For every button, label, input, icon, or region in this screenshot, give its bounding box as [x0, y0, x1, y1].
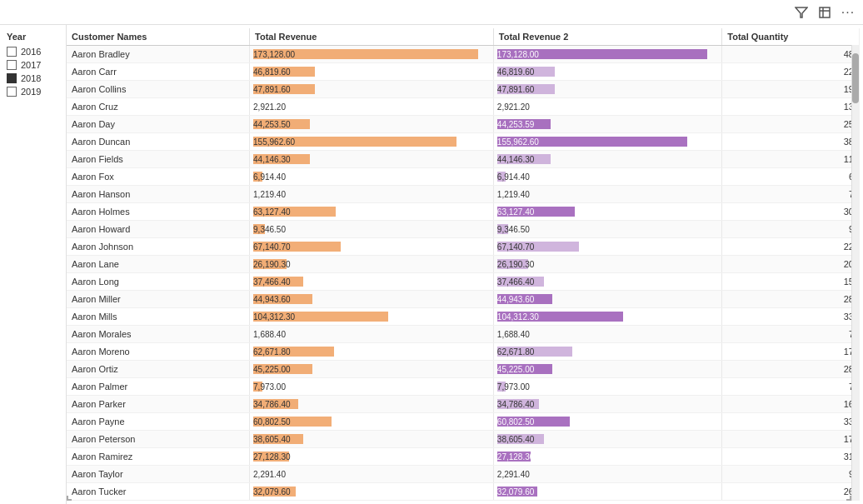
cell-rev2: 9,346.50 — [493, 221, 721, 238]
cell-qty: 9 — [722, 221, 860, 238]
cell-rev2: 2,921.20 — [493, 98, 721, 116]
cell-rev2: 104,312.30 — [493, 308, 721, 326]
table-row: Aaron Moreno 62,671.80 62,671.80 17 — [67, 343, 860, 361]
sidebar-item-2017[interactable]: 2017 — [7, 60, 59, 70]
cell-qty: 17 — [722, 431, 860, 448]
table-row: Aaron Turner 52,038.90 52,038.90 9 — [67, 501, 860, 502]
cell-rev: 1,219.40 — [250, 186, 494, 203]
sidebar-label-2016: 2016 — [21, 47, 41, 57]
cell-rev: 63,127.40 — [250, 203, 494, 221]
cell-name: Aaron Johnson — [67, 238, 250, 256]
cell-rev2: 47,891.60 — [493, 81, 721, 98]
cell-qty: 33 — [722, 413, 860, 431]
sidebar-item-2019[interactable]: 2019 — [7, 87, 59, 97]
cell-rev2: 1,219.40 — [493, 186, 721, 203]
table-row: Aaron Johnson 67,140.70 67,140.70 22 — [67, 238, 860, 256]
cell-rev2: 44,943.60 — [493, 291, 721, 308]
sidebar-label-2018: 2018 — [21, 73, 41, 83]
cell-rev2: 60,802.50 — [493, 413, 721, 431]
cell-rev2: 155,962.60 — [493, 133, 721, 151]
cell-rev: 44,943.60 — [250, 291, 494, 308]
table-row: Aaron Parker 34,786.40 34,786.40 16 — [67, 396, 860, 413]
cell-rev: 155,962.60 — [250, 133, 494, 151]
cell-rev2: 45,225.00 — [493, 361, 721, 378]
sidebar: Year 2016201720182019 — [0, 25, 67, 504]
cell-rev: 60,802.50 — [250, 413, 494, 431]
filter-icon[interactable] — [793, 4, 810, 21]
checkbox-2016[interactable] — [7, 47, 17, 57]
checkbox-2017[interactable] — [7, 60, 17, 70]
cell-name: Aaron Holmes — [67, 203, 250, 221]
cell-rev: 26,190.30 — [250, 256, 494, 273]
table-row: Aaron Day 44,253.50 44,253.59 25 — [67, 116, 860, 133]
cell-rev: 44,253.50 — [250, 116, 494, 133]
cell-rev2: 32,079.60 — [493, 483, 721, 501]
cell-rev: 45,225.00 — [250, 361, 494, 378]
table-row: Aaron Cruz2,921.202,921.2013 — [67, 98, 860, 116]
sidebar-item-2016[interactable]: 2016 — [7, 47, 59, 57]
checkbox-2018[interactable] — [7, 73, 17, 83]
cell-rev: 2,921.20 — [250, 98, 494, 116]
table-row: Aaron Tucker 32,079.60 32,079.60 26 — [67, 483, 860, 501]
cell-name: Aaron Moreno — [67, 343, 250, 361]
cell-name: Aaron Turner — [67, 501, 250, 502]
cell-qty: 38 — [722, 133, 860, 151]
cell-qty: 26 — [722, 483, 860, 501]
table-row: Aaron Holmes 63,127.40 63,127.40 30 — [67, 203, 860, 221]
table-scroll[interactable]: Customer Names Total Revenue Total Reven… — [67, 28, 860, 501]
col-header-rev2: Total Revenue 2 — [493, 28, 721, 46]
cell-name: Aaron Bradley — [67, 46, 250, 63]
cell-rev2: 63,127.40 — [493, 203, 721, 221]
scrollbar-thumb[interactable] — [852, 53, 859, 103]
cell-rev2: 26,190.30 — [493, 256, 721, 273]
table-row: Aaron Hanson1,219.401,219.407 — [67, 186, 860, 203]
cell-rev2: 27,128.30 — [493, 448, 721, 466]
svg-rect-1 — [820, 7, 830, 17]
main-container: ··· Year 2016201720182019 Customer Names… — [0, 0, 863, 504]
cell-rev: 52,038.90 — [250, 501, 494, 502]
sidebar-item-2018[interactable]: 2018 — [7, 73, 59, 83]
table-row: Aaron Morales1,688.401,688.407 — [67, 326, 860, 343]
cell-rev2: 37,466.40 — [493, 273, 721, 291]
cell-name: Aaron Carr — [67, 63, 250, 81]
table-row: Aaron Ortiz 45,225.00 45,225.00 28 — [67, 361, 860, 378]
table-row: Aaron Bradley 173,128.00 173,128.00 48 — [67, 46, 860, 63]
cell-name: Aaron Ortiz — [67, 361, 250, 378]
checkbox-2019[interactable] — [7, 87, 17, 97]
cell-name: Aaron Hanson — [67, 186, 250, 203]
cell-name: Aaron Lane — [67, 256, 250, 273]
cell-qty: 22 — [722, 63, 860, 81]
cell-rev: 38,605.40 — [250, 431, 494, 448]
cell-qty: 16 — [722, 396, 860, 413]
cell-rev2: 2,291.40 — [493, 466, 721, 483]
cell-rev2: 173,128.00 — [493, 46, 721, 63]
cell-name: Aaron Palmer — [67, 378, 250, 396]
cell-name: Aaron Collins — [67, 81, 250, 98]
col-header-names: Customer Names — [67, 28, 250, 46]
main-area: Year 2016201720182019 Customer Names Tot… — [0, 25, 863, 504]
cell-rev: 6,914.40 — [250, 168, 494, 186]
cell-qty: 7 — [722, 326, 860, 343]
cell-name: Aaron Day — [67, 116, 250, 133]
table-row: Aaron Lane 26,190.30 26,190.30 20 — [67, 256, 860, 273]
expand-icon[interactable] — [816, 4, 833, 21]
cell-rev: 62,671.80 — [250, 343, 494, 361]
cell-rev2: 62,671.80 — [493, 343, 721, 361]
sidebar-label-2017: 2017 — [21, 60, 41, 70]
table-row: Aaron Carr 46,819.60 46,819.60 22 — [67, 63, 860, 81]
cell-name: Aaron Miller — [67, 291, 250, 308]
cell-rev: 173,128.00 — [250, 46, 494, 63]
scrollbar[interactable] — [851, 28, 860, 501]
cell-rev: 47,891.60 — [250, 81, 494, 98]
cell-qty: 15 — [722, 273, 860, 291]
cell-qty: 13 — [722, 98, 860, 116]
more-options-icon[interactable]: ··· — [840, 4, 856, 21]
cell-rev2: 44,146.30 — [493, 151, 721, 168]
cell-qty: 20 — [722, 256, 860, 273]
cell-name: Aaron Taylor — [67, 466, 250, 483]
toolbar: ··· — [0, 0, 863, 25]
table-row: Aaron Peterson 38,605.40 38,605.40 17 — [67, 431, 860, 448]
cell-qty: 9 — [722, 501, 860, 502]
cell-name: Aaron Long — [67, 273, 250, 291]
cell-qty: 28 — [722, 361, 860, 378]
